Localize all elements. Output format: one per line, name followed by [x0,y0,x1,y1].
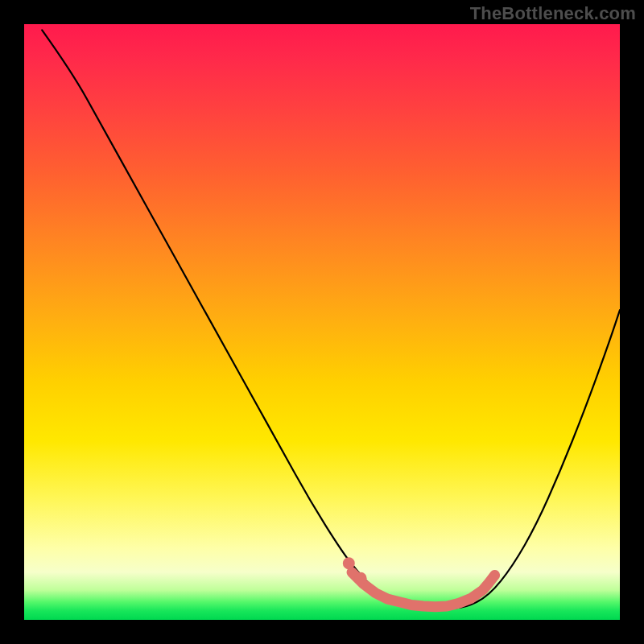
watermark-text: TheBottleneck.com [470,3,636,24]
chart-plot-area [24,24,620,620]
highlight-markers [343,557,495,607]
outer-frame: TheBottleneck.com [0,0,644,644]
bottleneck-curve [42,30,620,608]
highlight-stroke [352,572,495,607]
highlight-dot-0 [343,557,355,569]
highlight-dot-1 [355,572,367,584]
chart-svg [24,24,620,620]
